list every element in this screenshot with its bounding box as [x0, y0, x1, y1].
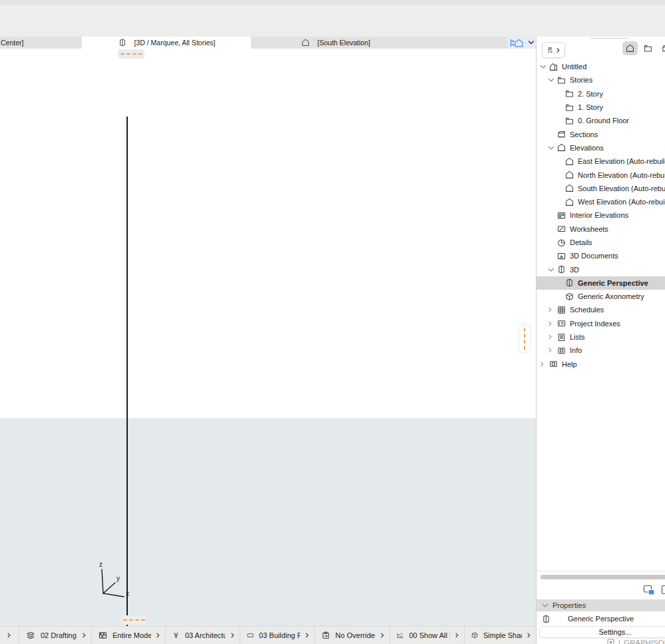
chevron-right-icon	[305, 632, 310, 639]
override-clipboard-icon	[321, 630, 331, 641]
perspective-icon	[564, 278, 574, 288]
tree-item-south-elevation[interactable]: South Elevation (Auto-rebuild Model)	[537, 182, 665, 195]
settings-button[interactable]: Settings...	[539, 626, 665, 638]
axis-z-label: z	[99, 561, 103, 568]
chevron-right-icon	[82, 632, 87, 639]
story-icon	[564, 116, 574, 126]
graphic-override-selector[interactable]: No Overrides	[314, 627, 389, 644]
story-icon	[556, 75, 566, 85]
chevron-right-icon[interactable]	[540, 361, 549, 368]
elevation-icon	[564, 170, 574, 180]
marquee-edge-indicator-bottom[interactable]	[121, 615, 146, 625]
elevation-icon	[564, 157, 574, 166]
tab-bar-filler	[420, 37, 507, 49]
project-house-icon	[625, 43, 635, 53]
tree-item-details[interactable]: Details	[537, 236, 665, 249]
chevron-right-icon[interactable]	[548, 320, 556, 327]
panel-dock-buttons	[643, 585, 665, 596]
model-view-options-selector[interactable]: 03 Building Pla...	[240, 627, 314, 644]
3d-cube-icon	[118, 38, 128, 47]
tree-item-project-indexes[interactable]: Project Indexes	[537, 317, 665, 330]
chevron-down-icon[interactable]	[548, 267, 556, 272]
chevron-right-icon	[556, 47, 561, 53]
chevron-down-icon[interactable]	[540, 64, 549, 69]
tree-item-ground-floor[interactable]: 0. Ground Floor	[537, 114, 665, 127]
tab-3d-label: [3D / Marquee, All Stories]	[134, 39, 216, 47]
perspective-icon	[541, 614, 551, 624]
chevron-down-icon[interactable]	[548, 77, 556, 83]
tree-item-generic-axonometry[interactable]: Generic Axonometry	[537, 290, 665, 303]
settings-button-label: Settings...	[599, 628, 632, 636]
project-tree: Untitled Stories 2. Story 1. Story 0. Gr…	[537, 60, 665, 371]
pen-set-selector[interactable]: 03 Architectur...	[165, 627, 240, 644]
chevron-right-icon[interactable]	[548, 306, 556, 313]
project-map-button[interactable]	[622, 41, 638, 55]
chevron-right-icon	[527, 632, 532, 639]
view-map-button[interactable]	[640, 41, 656, 55]
watermark-divider: |	[618, 639, 620, 644]
navigator-house-icon	[509, 38, 526, 48]
chevron-right-icon	[455, 632, 460, 639]
section-icon	[556, 129, 566, 139]
tree-item-worksheets[interactable]: Worksheets	[537, 222, 665, 236]
marquee-dashes	[524, 328, 526, 350]
chevron-down-icon	[528, 40, 535, 45]
tab-south-elevation[interactable]: [South Elevation]	[251, 37, 420, 49]
chevron-down-icon[interactable]	[548, 145, 556, 151]
navigator-tree-icon	[546, 46, 554, 55]
properties-header[interactable]: Properties	[537, 599, 665, 611]
axis-y-label: y	[116, 575, 120, 582]
tree-item-east-elevation[interactable]: East Elevation (Auto-rebuild Model)	[537, 155, 665, 168]
tree-item-story-2[interactable]: 2. Story	[537, 87, 665, 101]
3d-style-selector[interactable]: Simple Shading	[464, 627, 536, 644]
tab-south-label: [South Elevation]	[318, 39, 370, 47]
watermark-text: GRAPHISOFT	[624, 639, 665, 644]
panel-divider	[537, 571, 665, 571]
tree-item-west-elevation[interactable]: West Elevation (Auto-rebuild Model)	[537, 195, 665, 208]
horizontal-scrollbar[interactable]	[541, 575, 665, 579]
tree-item-3d-documents[interactable]: 3D Documents	[537, 249, 665, 262]
tree-item-sections[interactable]: Sections	[537, 127, 665, 141]
help-book-icon	[549, 359, 558, 369]
tree-item-untitled[interactable]: Untitled	[537, 60, 665, 73]
marquee-edge-indicator-top[interactable]	[118, 49, 144, 59]
shading-cube-icon	[471, 630, 479, 641]
3d-cube-icon	[556, 264, 566, 274]
project-icon	[549, 62, 558, 72]
model-view-icon	[246, 630, 254, 641]
tree-item-north-elevation[interactable]: North Elevation (Auto-rebuild Model)	[537, 168, 665, 181]
model-edge-line	[126, 117, 128, 626]
chevron-right-icon[interactable]	[548, 347, 556, 354]
tree-item-help[interactable]: Help	[537, 358, 665, 371]
navigator-menu-button[interactable]	[542, 42, 565, 58]
tree-item-elevations[interactable]: Elevations	[537, 141, 665, 155]
tab-partial-left[interactable]: Center]	[0, 37, 82, 49]
tree-item-schedules[interactable]: Schedules	[537, 303, 665, 316]
layer-combination-selector[interactable]: 02 Drafting	[19, 627, 91, 644]
new-panel-icon[interactable]	[661, 585, 665, 596]
tree-item-3d[interactable]: 3D	[537, 262, 665, 276]
tree-item-interior-elevations[interactable]: Interior Elevations	[537, 208, 665, 222]
scale-selector[interactable]: Entire Model	[91, 627, 165, 644]
renovation-filter-selector[interactable]: 00 Show All El...	[389, 627, 464, 644]
tree-item-generic-perspective[interactable]: Generic Perspective	[537, 276, 665, 290]
3d-viewport-canvas[interactable]: z y x	[0, 49, 536, 626]
tree-item-info[interactable]: Info	[537, 344, 665, 357]
list-icon	[556, 332, 566, 342]
chevron-right-icon[interactable]	[548, 334, 556, 340]
elevation-house-icon	[301, 38, 311, 47]
layout-book-button[interactable]	[658, 41, 665, 55]
elevation-icon	[564, 183, 574, 193]
interior-elevation-icon	[556, 210, 566, 220]
properties-view-row: Generic Perspective	[537, 612, 665, 625]
tab-3d-marquee[interactable]: [3D / Marquee, All Stories]	[82, 37, 251, 49]
dock-panel-icon[interactable]	[643, 585, 656, 596]
quick-options-expander[interactable]	[0, 627, 19, 644]
tree-item-lists[interactable]: Lists	[537, 330, 665, 344]
renovation-filter-icon	[396, 630, 404, 641]
tree-item-stories[interactable]: Stories	[537, 73, 665, 87]
tree-item-story-1[interactable]: 1. Story	[537, 101, 665, 114]
pick-view-button[interactable]	[507, 37, 537, 49]
navigator-map-switcher	[622, 41, 665, 55]
marquee-edge-indicator-right[interactable]	[519, 325, 530, 352]
